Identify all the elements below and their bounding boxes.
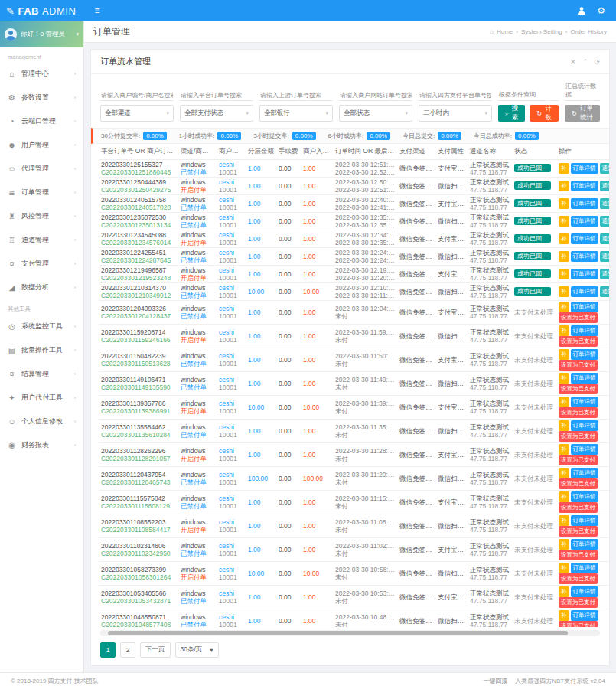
sidebar-item-finance-report[interactable]: ◉财务报表› (0, 433, 83, 457)
filter-select-4[interactable]: 全部状态▾ (339, 105, 412, 122)
order-detail-button[interactable]: 订单详情 (571, 302, 598, 312)
collapse-icon[interactable]: ⌃ (582, 58, 588, 66)
sidebar-item-batch-tools[interactable]: ▤批量操作工具› (0, 338, 83, 362)
sidebar-item-analytics[interactable]: ◢数据分析› (0, 276, 83, 299)
order-detail-button[interactable]: 订单详情 (571, 163, 598, 174)
merchant-name-link[interactable]: ceshi (219, 471, 243, 478)
order-detail-button[interactable]: 订单详情 (571, 397, 598, 407)
fix-order-button[interactable]: 补 (559, 420, 569, 431)
sidebar-item-profile-edit[interactable]: ☺个人信息修改› (0, 410, 83, 433)
merchant-name-link[interactable]: ceshi (219, 178, 243, 186)
fix-order-button[interactable]: 补 (559, 468, 569, 478)
user-profile-banner[interactable]: 你好！o 管理员 ▾ (0, 21, 83, 47)
order-detail-button[interactable]: 订单详情 (571, 349, 598, 360)
sidebar-item-cloud-port[interactable]: ◔云端口管理› (0, 109, 83, 133)
sidebar-item-risk[interactable]: ♜风控管理› (0, 204, 83, 228)
merchant-name-link[interactable]: ceshi (219, 196, 243, 204)
order-detail-button[interactable]: 订单详情 (571, 216, 598, 227)
notify-merchant-button[interactable]: 通知商户 (600, 269, 610, 279)
sidebar-item-payout-tools[interactable]: ✦用户代付工具› (0, 386, 83, 410)
sidebar-item-users[interactable]: ☻用户管理› (0, 133, 83, 157)
order-detail-button[interactable]: 订单详情 (571, 563, 598, 573)
back-to-top-link[interactable]: 一键回顶 (483, 677, 507, 685)
merchant-name-link[interactable]: ceshi (219, 328, 243, 336)
merchant-name-link[interactable]: ceshi (219, 495, 243, 502)
merchant-name-link[interactable]: ceshi (219, 542, 243, 550)
search-button[interactable]: ⌕ 搜索 (498, 105, 525, 122)
fix-order-button[interactable]: 补 (559, 181, 569, 191)
refresh-stats-button[interactable]: ↻ 统计数据 (530, 105, 559, 122)
set-paid-button[interactable]: 设置为已支付 (559, 455, 598, 465)
set-paid-button[interactable]: 设置为已支付 (559, 312, 598, 323)
next-page-button[interactable]: 下一页 (140, 642, 171, 658)
order-detail-button[interactable]: 订单详情 (571, 233, 598, 244)
set-paid-button[interactable]: 设置为已支付 (559, 502, 598, 513)
app-logo[interactable]: ✎ FAB ADMIN (0, 5, 84, 17)
set-paid-button[interactable]: 设置为已支付 (559, 621, 598, 627)
fix-order-button[interactable]: 补 (559, 444, 569, 455)
merchant-name-link[interactable]: ceshi (219, 447, 243, 455)
merchant-name-link[interactable]: ceshi (219, 423, 243, 431)
order-detail-button[interactable]: 订单详情 (571, 586, 598, 597)
order-detail-button[interactable]: 订单详情 (571, 515, 598, 526)
order-detail-button[interactable]: 订单详情 (571, 491, 598, 502)
set-paid-button[interactable]: 设置为已支付 (559, 597, 598, 608)
fix-order-button[interactable]: 补 (559, 302, 569, 312)
notify-merchant-button[interactable]: 通知商户 (600, 216, 610, 227)
fix-order-button[interactable]: 补 (559, 515, 569, 526)
order-detail-button[interactable]: 订单详情 (571, 198, 598, 209)
merchant-name-link[interactable]: ceshi (219, 214, 243, 221)
fix-order-button[interactable]: 补 (559, 539, 569, 550)
filter-select-2[interactable]: 全部支付状态▾ (180, 105, 253, 122)
order-detail-button[interactable]: 订单详情 (571, 269, 598, 279)
set-paid-button[interactable]: 设置为已支付 (559, 360, 598, 371)
daily-refresh-button[interactable]: ↻ 全天订单统计刷新 (565, 105, 600, 122)
sidebar-item-settings[interactable]: ⚙参数设置› (0, 86, 83, 109)
filter-input-4[interactable] (339, 90, 412, 101)
horizontal-scrollbar[interactable] (100, 630, 600, 636)
set-paid-button[interactable]: 设置为已支付 (559, 336, 598, 347)
order-detail-button[interactable]: 订单详情 (571, 251, 598, 262)
fix-order-button[interactable]: 补 (559, 163, 569, 174)
notify-merchant-button[interactable]: 通知商户 (600, 181, 610, 191)
fix-order-button[interactable]: 补 (559, 251, 569, 262)
merchant-name-link[interactable]: ceshi (219, 352, 243, 360)
sidebar-item-orders[interactable]: ≣订单管理› (0, 181, 83, 204)
fix-order-button[interactable]: 补 (559, 269, 569, 279)
gear-icon[interactable]: ⚙ (597, 5, 605, 16)
fix-order-button[interactable]: 补 (559, 233, 569, 244)
filter-input-5[interactable] (419, 90, 492, 101)
scrollbar-thumb[interactable] (108, 631, 568, 635)
notify-merchant-button[interactable]: 通知商户 (600, 198, 610, 209)
page-button-2[interactable]: 2 (120, 642, 135, 658)
close-icon[interactable]: ✕ (570, 58, 576, 66)
set-paid-button[interactable]: 设置为已支付 (559, 478, 598, 489)
fix-order-button[interactable]: 补 (559, 586, 569, 597)
fix-order-button[interactable]: 补 (559, 286, 569, 297)
set-paid-button[interactable]: 设置为已支付 (559, 573, 598, 584)
merchant-name-link[interactable]: ceshi (219, 161, 243, 168)
order-detail-button[interactable]: 订单详情 (571, 420, 598, 431)
merchant-name-link[interactable]: ceshi (219, 400, 243, 407)
fix-order-button[interactable]: 补 (559, 491, 569, 502)
merchant-name-link[interactable]: ceshi (219, 376, 243, 384)
merchant-name-link[interactable]: ceshi (219, 284, 243, 292)
filter-select-5[interactable]: 二小时内▾ (419, 105, 492, 122)
page-button-1[interactable]: 1 (100, 642, 116, 658)
set-paid-button[interactable]: 设置为已支付 (559, 384, 598, 394)
filter-input-3[interactable] (259, 90, 333, 101)
merchant-name-link[interactable]: ceshi (219, 305, 243, 312)
merchant-name-link[interactable]: ceshi (219, 613, 243, 621)
fix-order-button[interactable]: 补 (559, 325, 569, 336)
page-size-select[interactable]: 30条/页▾ (175, 642, 219, 658)
order-detail-button[interactable]: 订单详情 (571, 286, 598, 297)
filter-select-3[interactable]: 全部银行▾ (259, 105, 333, 122)
set-paid-button[interactable]: 设置为已支付 (559, 550, 598, 560)
merchant-name-link[interactable]: ceshi (219, 249, 243, 256)
order-detail-button[interactable]: 订单详情 (571, 444, 598, 455)
merchant-name-link[interactable]: ceshi (219, 589, 243, 597)
user-icon[interactable] (577, 6, 586, 15)
set-paid-button[interactable]: 设置为已支付 (559, 431, 598, 442)
sidebar-item-settlement[interactable]: ¤结算管理› (0, 362, 83, 386)
merchant-name-link[interactable]: ceshi (219, 518, 243, 526)
